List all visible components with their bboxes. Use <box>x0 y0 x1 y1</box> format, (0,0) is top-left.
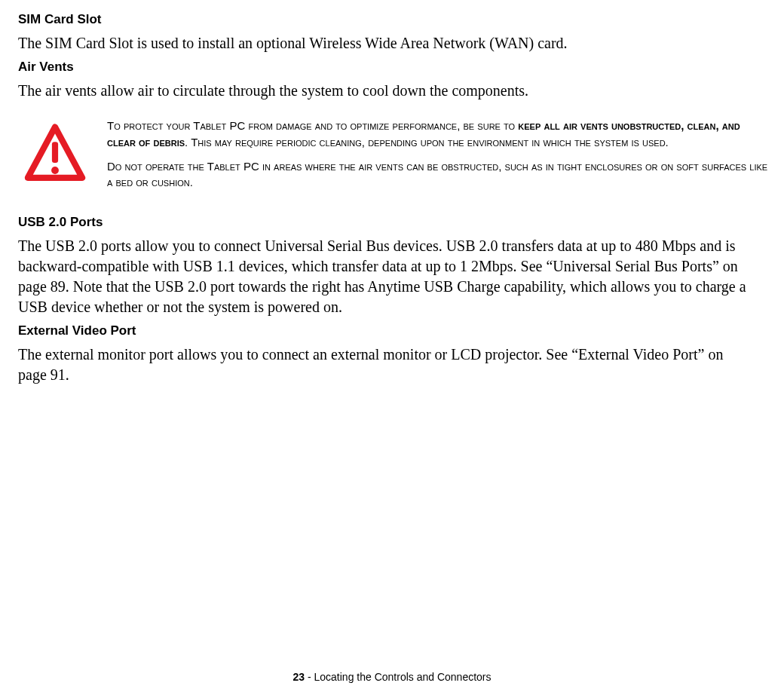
warning-paragraph-2: Do not operate the Tablet PC in areas wh… <box>107 158 769 191</box>
sim-card-slot-body: The SIM Card Slot is used to install an … <box>18 33 769 54</box>
page-number: 23 <box>292 671 305 683</box>
sim-card-slot-heading: SIM Card Slot <box>18 12 769 27</box>
warning-callout-text: To protect your Tablet PC from damage an… <box>107 118 769 198</box>
footer-section: Locating the Controls and Connectors <box>314 671 491 683</box>
air-vents-heading: Air Vents <box>18 60 769 75</box>
warning-triangle-icon <box>24 122 86 184</box>
usb-ports-heading: USB 2.0 Ports <box>18 215 769 230</box>
external-video-heading: External Video Port <box>18 323 769 338</box>
svg-point-2 <box>51 167 59 174</box>
external-video-body: The external monitor port allows you to … <box>18 344 769 385</box>
usb-ports-body: The USB 2.0 ports allow you to connect U… <box>18 236 769 317</box>
warning-callout: To protect your Tablet PC from damage an… <box>18 118 769 198</box>
warning-paragraph-1: To protect your Tablet PC from damage an… <box>107 118 769 151</box>
warning-p1-post: . This may require periodic cleaning, de… <box>185 136 669 148</box>
page-footer: 23 - Locating the Controls and Connector… <box>0 671 784 683</box>
svg-rect-1 <box>52 142 58 163</box>
footer-separator: - <box>305 671 314 683</box>
air-vents-body: The air vents allow air to circulate thr… <box>18 81 769 101</box>
warning-p1-pre: To protect your Tablet PC from damage an… <box>107 119 518 132</box>
